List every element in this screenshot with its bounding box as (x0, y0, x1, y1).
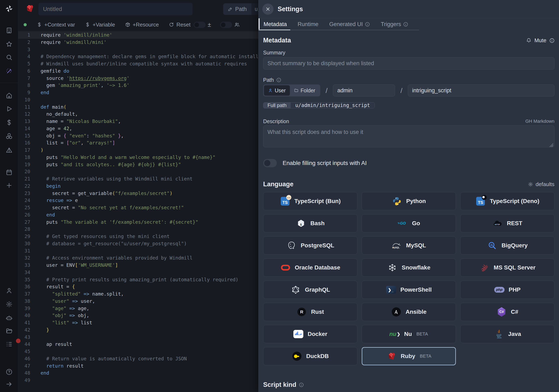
description-textarea[interactable] (263, 125, 554, 147)
code-line[interactable]: 35 # Pretty print results using amazing_… (18, 276, 258, 283)
path-owner-input[interactable] (333, 84, 395, 96)
code-line[interactable]: 31 (18, 247, 258, 255)
language-card-typescript-bun-[interactable]: TSTypeScript (Bun) (263, 192, 357, 210)
code-line[interactable]: 43 (18, 334, 258, 341)
language-card-oracle-database[interactable]: Oracle Database (263, 258, 357, 277)
language-card-python[interactable]: Python (362, 192, 456, 210)
code-line[interactable]: 7 source 'https://rubygems.org' (18, 75, 258, 82)
language-card-ansible[interactable]: Ansible (362, 303, 456, 321)
expand-arrow-right-icon[interactable] (6, 381, 13, 388)
code-line[interactable]: 11def main( (18, 103, 258, 111)
schedules-prism-icon[interactable] (6, 147, 13, 154)
add-plus-icon[interactable] (6, 182, 13, 189)
code-line[interactable]: 30 # database = get_resource("u/user/my_… (18, 240, 258, 247)
code-line[interactable]: 33 user = ENV['WM_USERNAME'] (18, 262, 258, 269)
toolbar-button-contextvar[interactable]: +Context var (37, 21, 75, 28)
building-icon[interactable] (6, 27, 13, 34)
language-card-graphql[interactable]: GraphQL (263, 281, 357, 299)
ai-toggle[interactable] (263, 159, 277, 167)
code-line[interactable]: 9end (18, 89, 258, 96)
code-line[interactable]: 28 (18, 226, 258, 233)
close-icon[interactable] (262, 3, 273, 15)
code-line[interactable]: 23 secret = get_variable("f/examples/sec… (18, 190, 258, 197)
code-line[interactable]: 22 begin (18, 182, 258, 190)
language-card-go[interactable]: GOGo (362, 214, 456, 232)
code-line[interactable]: 42 } (18, 326, 258, 334)
language-card-rest[interactable]: HTTPREST (460, 214, 554, 232)
path-name-input[interactable] (408, 84, 554, 96)
variables-dollar-icon[interactable] (6, 119, 13, 126)
language-card-typescript-deno-[interactable]: TSTypeScript (Deno) (460, 192, 554, 210)
language-card-php[interactable]: phpPHP (460, 281, 554, 299)
code-line[interactable]: 15 obj = { "even": "hashes" }, (18, 132, 258, 139)
windmill-logo-icon[interactable] (5, 5, 13, 13)
code-editor[interactable]: 1require 'windmill/inline'2require 'wind… (18, 31, 258, 392)
mute-button[interactable]: Mute (526, 37, 554, 44)
home-icon[interactable] (6, 92, 13, 99)
search-icon[interactable] (6, 54, 13, 61)
settings-gear-icon[interactable] (6, 301, 13, 308)
diff-toggle[interactable] (194, 22, 205, 28)
tab-generated-ui[interactable]: Generated UI (329, 18, 370, 30)
language-card-c-[interactable]: C#C# (460, 303, 554, 321)
owner-kind-folder[interactable]: Folder (290, 85, 319, 96)
code-line[interactable]: 38 "user" => user, (18, 298, 258, 305)
tab-metadata[interactable]: Metadata (264, 18, 287, 30)
language-card-bigquery[interactable]: BigQuery (460, 236, 554, 255)
summary-input[interactable] (263, 57, 554, 70)
user-icon[interactable] (6, 287, 13, 294)
language-card-ruby[interactable]: RubyBETA (362, 347, 456, 365)
code-line[interactable]: 3 (18, 46, 258, 53)
script-title-input[interactable] (38, 3, 193, 15)
code-line[interactable]: 48end (18, 369, 258, 377)
code-line[interactable]: 19 puts "and its acolytes.. #{age} #{obj… (18, 161, 258, 168)
tab-triggers[interactable]: Triggers (381, 18, 408, 30)
language-card-powershell[interactable]: ❯_PowerShell (362, 281, 456, 299)
ai-wand-icon[interactable] (6, 68, 13, 75)
favorites-star-icon[interactable] (6, 41, 13, 48)
code-line[interactable]: 25 secret = "No secret yet at f/examples… (18, 204, 258, 211)
robot-icon[interactable] (6, 314, 13, 321)
code-line[interactable]: 10 (18, 96, 258, 103)
code-line[interactable]: 37 "splitted" => name.split, (18, 290, 258, 298)
calendar-icon[interactable] (6, 169, 13, 176)
code-line[interactable]: 20 (18, 168, 258, 175)
runs-play-icon[interactable] (6, 105, 13, 112)
code-line[interactable]: 45 (18, 348, 258, 355)
toolbar-button-variable[interactable]: +Variable (85, 21, 115, 28)
language-card-snowflake[interactable]: Snowflake (362, 258, 456, 277)
code-line[interactable]: 46 # Return value is automatically conve… (18, 355, 258, 362)
code-line[interactable]: 17) (18, 146, 258, 154)
code-line[interactable]: 24 rescue => e (18, 197, 258, 204)
language-card-mysql[interactable]: MySQLMySQL (362, 236, 456, 255)
folders-icon[interactable] (6, 328, 13, 335)
language-defaults-button[interactable]: defaults (528, 181, 554, 188)
language-card-docker[interactable]: Docker (263, 325, 357, 343)
owner-kind-user[interactable]: User (264, 85, 290, 96)
code-line[interactable]: 36 result = { (18, 283, 258, 290)
tab-runtime[interactable]: Runtime (298, 18, 319, 30)
code-line[interactable]: 18 puts "Hello World and a warm welcome … (18, 154, 258, 161)
toolbar-button-resource[interactable]: +Resource (125, 21, 159, 28)
code-line[interactable]: 2require 'windmill/mini' (18, 39, 258, 46)
code-line[interactable]: 16 list = ["or", "arrays!"] (18, 139, 258, 146)
audit-list-icon[interactable] (6, 341, 13, 348)
code-line[interactable]: 6gemfile do (18, 67, 258, 75)
code-line[interactable]: 41 "list" => list (18, 319, 258, 326)
code-line[interactable]: 29 # Get typed resources using the mini … (18, 233, 258, 240)
language-card-nu[interactable]: nu❯NuBETA (362, 325, 456, 343)
language-card-postgresql[interactable]: PostgreSQL (263, 236, 357, 255)
resources-cubes-icon[interactable] (6, 132, 13, 139)
code-line[interactable]: 5# Windmill uses bundler/inline compatib… (18, 60, 258, 67)
code-line[interactable]: 32 # Access environment variables provid… (18, 254, 258, 262)
code-line[interactable]: 49 (18, 377, 258, 384)
code-line[interactable]: 39 "age" => age, (18, 305, 258, 312)
multiplayer-toggle[interactable] (220, 22, 232, 28)
code-line[interactable]: 12 no_default, (18, 110, 258, 118)
language-card-rust[interactable]: RRust (263, 303, 357, 321)
path-button[interactable]: Path u/a (223, 3, 258, 15)
code-line[interactable]: 4# Dependency management: declare gems i… (18, 53, 258, 60)
help-icon[interactable] (6, 368, 13, 375)
code-line[interactable]: 44 ap result (18, 341, 258, 348)
language-card-java[interactable]: JavaJava (460, 325, 554, 343)
